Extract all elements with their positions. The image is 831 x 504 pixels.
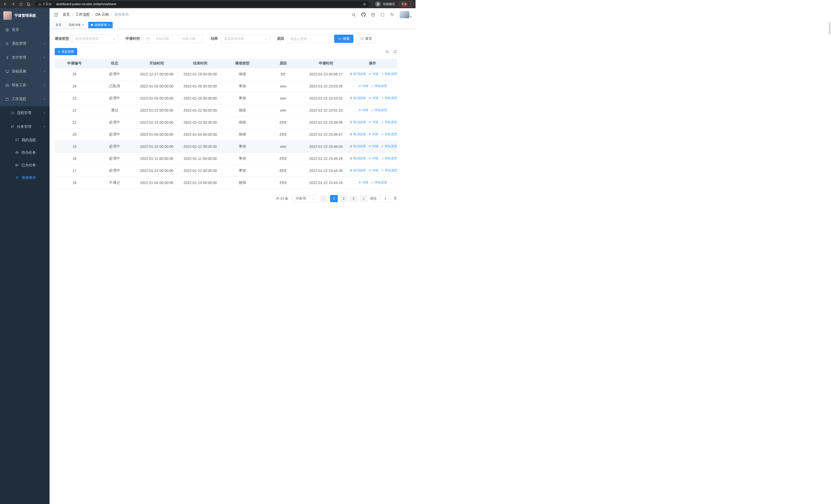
action-cancel[interactable]: 取消请假: [349, 96, 366, 100]
end-time-cell: 2022-01-19 00:00:00: [178, 68, 222, 80]
action-detail[interactable]: 详情: [368, 132, 378, 137]
action-progress[interactable]: 审批进度: [381, 132, 397, 137]
page-button-2[interactable]: 2: [340, 195, 347, 202]
apply-time-range-picker[interactable]: 开始日期 - 结束日期: [143, 35, 203, 43]
reset-button[interactable]: 重置: [356, 35, 376, 43]
sidebar-item[interactable]: 工作流程: [0, 92, 50, 106]
create-leave-button[interactable]: + 发起请假: [55, 48, 77, 55]
result-select[interactable]: 请选择流结果: [221, 35, 270, 43]
action-progress[interactable]: 审批进度: [371, 84, 387, 88]
action-detail[interactable]: 详情: [368, 96, 378, 100]
back-button[interactable]: [2, 1, 9, 7]
url-text: dashboard.yudao.iocoder.cn/bpm/oa/leave: [56, 2, 361, 6]
table-header-row: 申请编号状态开始时间结束时间请假类型原因申请时间操作: [55, 59, 397, 68]
goto-page-input[interactable]: [379, 195, 391, 202]
action-cancel[interactable]: 取消请假: [349, 72, 366, 76]
breadcrumb-item-workflow[interactable]: 工作流程: [76, 12, 90, 17]
next-page-button[interactable]: ›: [360, 195, 368, 202]
sidebar: 芋道管理系统 首页系统管理支付管理基础设施研发工具工作流程流程管理任务管理我的流…: [0, 8, 50, 252]
leave-type-select[interactable]: 请选择请假类型: [72, 35, 118, 43]
refresh-table-icon[interactable]: [393, 50, 397, 54]
chrome-home-button[interactable]: [25, 1, 32, 7]
tools-icon: [5, 83, 9, 87]
sidebar-item[interactable]: 我的流程: [0, 134, 50, 146]
sidebar-item[interactable]: 请假查询: [0, 171, 50, 184]
action-progress[interactable]: 审批进度: [381, 144, 397, 149]
forward-button[interactable]: [10, 1, 17, 7]
request-id-cell: 17: [55, 165, 94, 177]
apply-time-cell: 2022-01-22 23:46:04: [304, 140, 348, 152]
apply-time-cell: 2022-01-22 23:53:32: [304, 92, 348, 104]
action-cancel[interactable]: 取消请假: [349, 144, 366, 149]
apply-time-cell: 2022-01-23 00:06:17: [304, 68, 348, 80]
sidebar-item[interactable]: 任务管理: [0, 120, 50, 134]
action-detail[interactable]: 详情: [358, 84, 368, 88]
action-progress[interactable]: 审批进度: [371, 180, 387, 185]
security-indicator[interactable]: 不安全: [38, 2, 52, 6]
reason-input[interactable]: [287, 35, 329, 43]
tab-item[interactable]: 首页: [53, 22, 64, 28]
close-icon[interactable]: ×: [108, 23, 110, 27]
sidebar-item[interactable]: 支付管理: [0, 51, 50, 64]
sidebar-item-label: 请假查询: [22, 176, 45, 180]
goto-suffix: 页: [394, 196, 397, 201]
action-cancel[interactable]: 取消请假: [349, 168, 366, 173]
filter-form: 请假类型 请选择请假类型 申请时间 开始日期 - 结束日期 结果 请选择流结果: [55, 35, 410, 43]
user-menu[interactable]: ▾: [400, 11, 411, 18]
sidebar-item[interactable]: 系统管理: [0, 37, 50, 51]
sidebar-item[interactable]: 已办任务: [0, 159, 50, 171]
action-progress[interactable]: 审批进度: [381, 72, 397, 76]
action-progress[interactable]: 审批进度: [381, 156, 397, 161]
page-button-1[interactable]: 1: [330, 195, 338, 202]
sidebar-item[interactable]: 基础设施: [0, 64, 50, 78]
fullscreen-icon[interactable]: [380, 12, 385, 17]
action-cancel[interactable]: 取消请假: [349, 132, 366, 137]
action-cancel[interactable]: 取消请假: [349, 120, 366, 124]
font-size-icon[interactable]: [390, 12, 395, 17]
breadcrumb-item-home[interactable]: 首页: [63, 12, 70, 17]
page-button-3[interactable]: 3: [349, 195, 357, 202]
bookmark-star-icon[interactable]: [363, 2, 367, 6]
action-detail[interactable]: 详情: [368, 120, 378, 124]
action-detail[interactable]: 详情: [368, 72, 378, 76]
sidebar-item[interactable]: 待办任务: [0, 146, 50, 159]
apply-time-cell: 2022-01-22 23:49:46: [304, 116, 348, 128]
search-icon[interactable]: [352, 12, 356, 17]
tab-active[interactable]: 请假查询×: [88, 22, 113, 28]
tab-item[interactable]: 流程详情×: [66, 22, 87, 28]
breadcrumb-item-oa[interactable]: OA 示例: [95, 12, 109, 17]
action-detail[interactable]: 详情: [368, 144, 378, 149]
action-progress[interactable]: 审批进度: [381, 96, 397, 100]
sidebar-item[interactable]: 研发工具: [0, 78, 50, 92]
action-detail[interactable]: 详情: [358, 108, 368, 112]
sidebar-item[interactable]: 首页: [0, 23, 50, 37]
page-size-select[interactable]: 10条/页: [292, 195, 317, 202]
reload-button[interactable]: [18, 1, 24, 7]
action-detail[interactable]: 详情: [368, 156, 378, 161]
actions-cell: 取消请假详情审批进度: [348, 165, 397, 177]
prev-page-button[interactable]: ‹: [320, 195, 327, 202]
table-row: 19处理中2022-01-22 00:00:002022-01-22 00:00…: [55, 140, 397, 152]
browser-update-menu[interactable]: 更新: [399, 1, 413, 7]
action-progress[interactable]: 审批进度: [381, 168, 397, 173]
address-bar[interactable]: 不安全 dashboard.yudao.iocoder.cn/bpm/oa/le…: [35, 1, 370, 7]
action-cancel[interactable]: 取消请假: [349, 156, 366, 161]
github-icon[interactable]: [361, 12, 366, 17]
action-progress[interactable]: 审批进度: [371, 108, 387, 112]
security-label: 不安全: [42, 2, 52, 6]
start-time-cell: 2022-01-04 00:00:00: [135, 128, 178, 140]
leave-type-group: 请假类型 请选择请假类型: [55, 35, 118, 43]
action-detail[interactable]: 详情: [368, 168, 378, 173]
leave-type-cell: 病假: [222, 104, 263, 116]
help-icon[interactable]: [371, 12, 375, 17]
search-button[interactable]: 搜索: [334, 35, 353, 43]
close-icon[interactable]: ×: [82, 23, 84, 27]
collapse-sidebar-icon[interactable]: [54, 12, 58, 17]
action-progress[interactable]: 审批进度: [381, 120, 397, 124]
table-row: 20处理中2022-01-04 00:00:002022-01-04 00:00…: [55, 128, 397, 140]
kebab-menu-icon[interactable]: [408, 2, 412, 6]
toggle-search-icon[interactable]: [385, 50, 389, 54]
app-logo: 芋道管理系统: [0, 8, 50, 23]
sidebar-item[interactable]: 流程管理: [0, 106, 50, 120]
action-detail[interactable]: 详情: [358, 180, 368, 185]
